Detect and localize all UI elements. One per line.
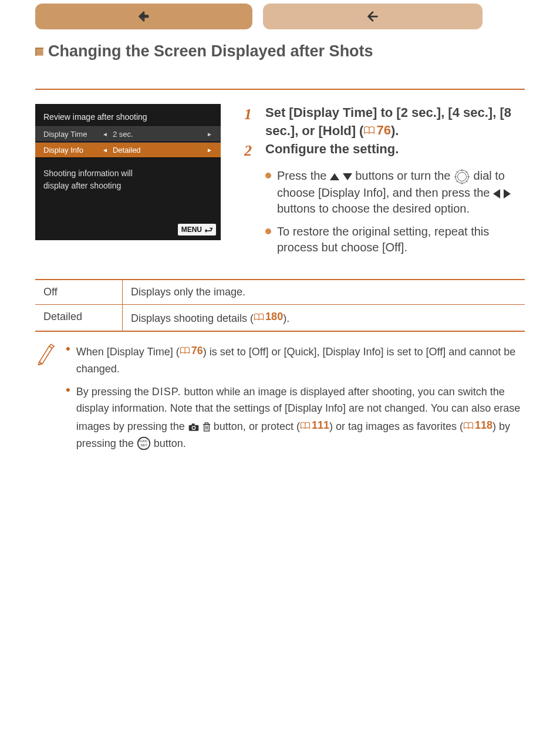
- arrow-left-icon: [137, 10, 150, 23]
- page-reference[interactable]: 180: [254, 311, 283, 323]
- bullet-icon: [265, 228, 271, 234]
- table-cell: Off: [35, 280, 123, 305]
- camscreen-row-display-info: Display Info ◄ Detailed ►: [35, 142, 221, 158]
- note-pencil-icon: [35, 342, 55, 366]
- left-button-icon: [493, 189, 500, 198]
- svg-point-2: [458, 173, 467, 181]
- func-set-button-icon: FUNC.SET: [137, 436, 151, 450]
- book-icon: [463, 421, 474, 430]
- right-button-icon: [504, 189, 511, 198]
- nav-back-button-primary[interactable]: [35, 4, 252, 29]
- svg-text:FUNC.: FUNC.: [139, 440, 149, 443]
- svg-text:SET: SET: [140, 443, 147, 447]
- divider: [35, 89, 525, 90]
- substep-2-text: To restore the original setting, repeat …: [277, 224, 525, 255]
- page-reference[interactable]: 76: [180, 342, 203, 359]
- step-number-2: 2: [244, 140, 257, 161]
- nav-back-button-secondary[interactable]: [263, 4, 483, 29]
- substep-1-text: Press the: [277, 169, 330, 182]
- step-number-1: 1: [244, 104, 257, 139]
- heading-bullet-icon: [35, 48, 43, 56]
- bullet-icon: •: [66, 383, 70, 453]
- camscreen-menu-badge: MENU ⮐: [178, 224, 216, 235]
- book-icon: [254, 312, 264, 322]
- disp-button-label: DISP.: [152, 386, 181, 398]
- page-title: Changing the Screen Displayed after Shot…: [48, 42, 373, 60]
- book-icon: [180, 346, 190, 355]
- camscreen-desc-line2: display after shooting: [43, 180, 212, 192]
- svg-rect-19: [205, 423, 208, 425]
- camscreen-title: Review image after shooting: [35, 104, 221, 126]
- camscreen-row-display-time: Display Time ◄ 2 sec. ►: [35, 126, 221, 142]
- book-icon: [363, 126, 375, 135]
- control-dial-icon: [454, 169, 470, 185]
- return-icon: ⮐: [204, 225, 212, 234]
- camera-screen-preview: Review image after shooting Display Time…: [35, 104, 221, 240]
- options-table: Off Displays only the image. Detailed Di…: [35, 279, 525, 332]
- page-reference[interactable]: 76: [363, 122, 390, 139]
- trash-icon: [203, 422, 211, 432]
- camscreen-desc-line1: Shooting information will: [43, 167, 212, 180]
- triangle-left-icon: ◄: [102, 147, 108, 153]
- table-cell: Detailed: [35, 305, 123, 331]
- bullet-icon: [265, 173, 271, 179]
- table-cell: Displays shooting details (180).: [123, 305, 525, 331]
- svg-rect-14: [191, 423, 194, 425]
- note-1-text: When [Display Time] (: [76, 346, 180, 358]
- down-button-icon: [343, 173, 352, 180]
- page-reference[interactable]: 111: [300, 417, 329, 434]
- step-2-text: Configure the setting.: [265, 140, 399, 161]
- svg-point-16: [193, 426, 195, 429]
- bullet-icon: •: [66, 342, 70, 378]
- note-2-text: By pressing the: [76, 386, 152, 398]
- page-reference[interactable]: 118: [463, 417, 492, 434]
- book-icon: [300, 421, 311, 430]
- up-button-icon: [330, 173, 339, 180]
- arrow-left-icon: [366, 10, 379, 23]
- camera-icon: [188, 422, 200, 432]
- triangle-right-icon: ►: [207, 131, 212, 137]
- triangle-right-icon: ►: [207, 147, 212, 153]
- table-cell: Displays only the image.: [123, 280, 525, 305]
- triangle-left-icon: ◄: [102, 131, 108, 137]
